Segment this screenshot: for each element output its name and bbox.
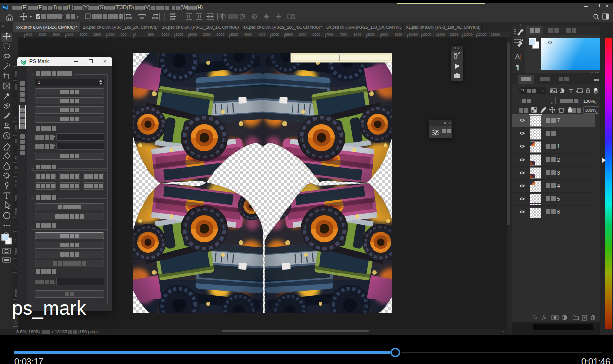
svg-text:¶: ¶ [516, 63, 520, 71]
svg-text:A|: A| [515, 53, 521, 60]
svg-text:fx: fx [542, 314, 546, 320]
